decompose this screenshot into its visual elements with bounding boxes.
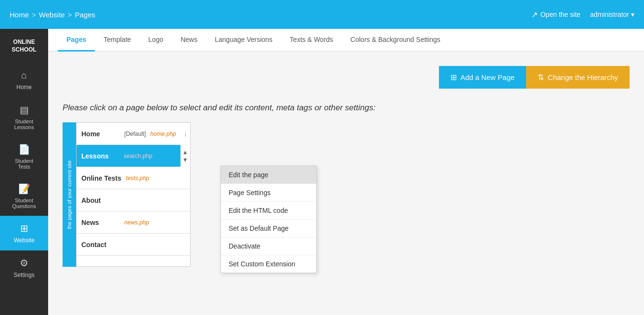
context-menu-edit-page[interactable]: Edit the page	[221, 166, 316, 184]
top-bar: Home > Website > Pages ↗ Open the site a…	[0, 0, 644, 29]
breadcrumb-sep1: >	[32, 11, 36, 19]
page-row-lessons-wrapper: Lessons search.php ▲ ▼	[77, 145, 190, 167]
page-row-contact-wrapper: Contact	[77, 234, 190, 256]
tab-language-versions[interactable]: Language Versions	[206, 29, 281, 52]
sidebar-item-questions-label: StudentQuestions	[12, 197, 36, 209]
sidebar-item-home-label: Home	[16, 84, 32, 91]
breadcrumb-pages[interactable]: Pages	[75, 11, 95, 19]
hierarchy-icon: ⇅	[538, 73, 544, 82]
content-inner: Pages Template Logo News Language Versio…	[48, 29, 644, 315]
settings-icon: ⚙	[20, 257, 28, 269]
table-row[interactable]: Home [Default] home.php	[77, 123, 181, 145]
context-menu-deactivate[interactable]: Deactivate	[221, 237, 316, 255]
context-menu-set-default[interactable]: Set as Default Page	[221, 220, 316, 237]
home-icon: ⌂	[21, 70, 27, 81]
tabs: Pages Template Logo News Language Versio…	[48, 29, 644, 52]
sidebar-item-settings-label: Settings	[13, 272, 34, 278]
context-menu-page-settings[interactable]: Page Settings	[221, 184, 316, 202]
change-hierarchy-label: Change the Hierarchy	[548, 73, 618, 81]
sidebar-item-student-tests[interactable]: 📄 StudentTests	[0, 137, 48, 176]
page-tag-file-news: news.php	[123, 219, 149, 226]
add-page-label: Add a New Page	[461, 73, 515, 81]
top-bar-right: ↗ Open the site administrator ▾	[531, 10, 634, 19]
app-name: ONLINE SCHOOL	[9, 34, 39, 63]
table-row[interactable]: About	[77, 189, 190, 211]
website-icon: ⊞	[20, 223, 28, 234]
page-name-news: News	[81, 219, 120, 226]
page-row-tests-wrapper: Online Tests tests.php	[77, 167, 190, 189]
page-name-tests: Online Tests	[81, 174, 121, 182]
page-name-contact: Contact	[81, 241, 120, 249]
tab-colors-background[interactable]: Colors & Background Settings	[342, 29, 449, 52]
tab-pages[interactable]: Pages	[58, 29, 95, 52]
layout: ONLINE SCHOOL ⌂ Home ▤ StudentLessons 📄 …	[0, 29, 644, 315]
questions-icon: 📝	[18, 183, 30, 195]
tab-template[interactable]: Template	[95, 29, 140, 52]
page-tag-file-home: home.php	[150, 131, 176, 137]
page-tag-file-lessons: search.php	[124, 153, 152, 159]
add-page-icon: ⊞	[451, 73, 457, 82]
page-name-about: About	[81, 197, 120, 204]
chevron-down-icon: ▾	[631, 11, 634, 18]
sidebar-item-website-label: Website	[13, 237, 34, 244]
lessons-icon: ▤	[20, 104, 29, 116]
pages-area: the pages of your current site Home [Def…	[63, 122, 630, 267]
sidebar-item-lessons-label: StudentLessons	[14, 118, 34, 130]
main-content: Pages Template Logo News Language Versio…	[48, 29, 644, 315]
context-menu-edit-html[interactable]: Edit the HTML code	[221, 202, 316, 220]
pages-sidebar-text: the pages of your current site	[66, 156, 72, 234]
sidebar-item-student-questions[interactable]: 📝 StudentQuestions	[0, 176, 48, 216]
page-row-home-wrapper: Home [Default] home.php ↓	[77, 123, 190, 145]
table-row[interactable]: Lessons search.php	[77, 145, 180, 167]
page-row-news-wrapper: News news.php	[77, 211, 190, 234]
sidebar-item-tests-label: StudentTests	[15, 158, 33, 170]
page-name-lessons: Lessons	[81, 152, 120, 160]
tab-texts-words[interactable]: Texts & Words	[281, 29, 342, 52]
tab-logo[interactable]: Logo	[140, 29, 172, 52]
page-tag-default-home: [Default]	[123, 131, 147, 137]
sort-controls-lessons: ▲ ▼	[180, 145, 190, 167]
table-row[interactable]: Contact	[77, 234, 190, 256]
context-menu: Edit the page Page Settings Edit the HTM…	[220, 166, 317, 273]
breadcrumb: Home > Website > Pages	[10, 11, 95, 19]
breadcrumb-website[interactable]: Website	[39, 11, 65, 19]
sidebar-item-settings[interactable]: ⚙ Settings	[0, 250, 48, 285]
sort-controls-home: ↓	[181, 123, 190, 145]
pages-sidebar-label: the pages of your current site	[63, 122, 76, 267]
external-link-icon: ↗	[531, 10, 538, 19]
action-bar: ⊞ Add a New Page ⇅ Change the Hierarchy	[48, 52, 644, 93]
admin-dropdown[interactable]: administrator ▾	[590, 11, 634, 18]
table-row[interactable]: Online Tests tests.php	[77, 167, 190, 189]
open-site-link[interactable]: ↗ Open the site	[531, 10, 580, 19]
tab-news[interactable]: News	[172, 29, 206, 52]
pages-with-menu: Home [Default] home.php ↓ Lessons	[76, 122, 191, 267]
instruction-text: Please click on a page below to select a…	[48, 93, 644, 122]
table-row[interactable]: News news.php	[77, 211, 190, 234]
open-site-label: Open the site	[541, 11, 580, 18]
page-tag-file-tests: tests.php	[124, 175, 149, 182]
context-menu-set-custom[interactable]: Set Custom Extension	[221, 255, 316, 273]
change-hierarchy-button[interactable]: ⇅ Change the Hierarchy	[526, 66, 630, 89]
sidebar-item-home[interactable]: ⌂ Home	[0, 63, 48, 97]
page-row-about-wrapper: About	[77, 189, 190, 211]
breadcrumb-sep2: >	[68, 11, 72, 19]
sidebar-item-student-lessons[interactable]: ▤ StudentLessons	[0, 97, 48, 137]
pages-list: Home [Default] home.php ↓ Lessons	[76, 122, 191, 267]
sidebar: ONLINE SCHOOL ⌂ Home ▤ StudentLessons 📄 …	[0, 29, 48, 315]
add-new-page-button[interactable]: ⊞ Add a New Page	[439, 66, 527, 89]
breadcrumb-home[interactable]: Home	[10, 11, 29, 19]
admin-label: administrator	[590, 11, 629, 18]
page-name-home: Home	[81, 130, 120, 138]
tests-icon: 📄	[18, 144, 30, 155]
sidebar-item-website[interactable]: ⊞ Website	[0, 216, 48, 250]
